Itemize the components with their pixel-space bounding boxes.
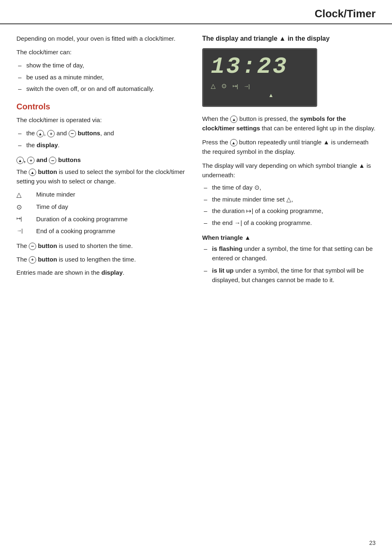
list-item: the minute minder time set △,	[202, 195, 376, 204]
display-time: 13:23	[211, 55, 309, 78]
page-number: 23	[369, 540, 376, 546]
list-item: the display.	[16, 141, 189, 150]
list-item: the time of day ⊙,	[202, 183, 376, 192]
right-column: The display and triangle ▲ in the displa…	[202, 34, 376, 291]
controls-p1: The clock/timer is operated via:	[16, 116, 189, 125]
display-icon-triangle: △	[211, 82, 216, 90]
page-title: Clock/Timer	[0, 0, 392, 24]
buttons-subheading: ▲, + and − buttons	[16, 156, 189, 164]
symbol-row-end: →| End of a cooking programme	[16, 227, 189, 236]
plus-btn-p: The + button is used to lengthen the tim…	[16, 255, 189, 264]
symbol-row-duration: ↦| Duration of a cooking programme	[16, 215, 189, 224]
minute-minder-label: Minute minder	[36, 190, 189, 199]
end-label: End of a cooking programme	[36, 227, 189, 236]
after-display-p3: The display will vary depending on which…	[202, 161, 376, 180]
triangle-list: is flashing under a symbol, the time for…	[202, 244, 376, 285]
triangle-heading: When triangle ▲	[202, 234, 376, 241]
buttons-p1: The ▲ button is used to select the symbo…	[16, 167, 189, 186]
list-item: the end →| of a cooking programme.	[202, 218, 376, 228]
display-icons-row: △ ⊙ ↦| →|	[211, 82, 309, 90]
list-item: switch the oven off, or on and off autom…	[16, 84, 189, 94]
controls-heading: Controls	[16, 102, 189, 111]
intro-p1: Depending on model, your oven is fitted …	[16, 34, 189, 44]
after-display-p1: When the ▲ button is pressed, the symbol…	[202, 114, 376, 133]
display-triangle-indicator: ▲	[211, 92, 309, 98]
display-icon-clock: ⊙	[221, 82, 227, 90]
minus-btn-p: The − button is used to shorten the time…	[16, 241, 189, 251]
time-of-day-icon: ⊙	[16, 202, 36, 212]
list-item: the duration ↦| of a cooking programme,	[202, 206, 376, 216]
duration-label: Duration of a cooking programme	[36, 215, 189, 224]
intro-p2: The clock/timer can:	[16, 48, 189, 57]
symbol-table: △ Minute minder ⊙ Time of day ↦| Duratio…	[16, 190, 189, 236]
display-icon-end: →|	[243, 83, 249, 89]
varies-list: the time of day ⊙, the minute minder tim…	[202, 183, 376, 227]
list-item: show the time of day,	[16, 61, 189, 70]
display-section-heading: The display and triangle ▲ in the displa…	[202, 34, 376, 43]
list-item-flashing: is flashing under a symbol, the time for…	[202, 244, 376, 263]
display-icon-duration: ↦|	[233, 83, 238, 89]
time-of-day-label: Time of day	[36, 202, 189, 212]
list-item: the ▲, + and − buttons, and	[16, 129, 189, 138]
after-display-p2: Press the ▲ button repeatedly until tria…	[202, 138, 376, 156]
entries-p: Entries made are shown in the display.	[16, 268, 189, 278]
symbol-row-minute-minder: △ Minute minder	[16, 190, 189, 200]
controls-list: the ▲, + and − buttons, and the display.	[16, 129, 189, 150]
duration-icon: ↦|	[16, 215, 36, 223]
list-item: be used as a minute minder,	[16, 73, 189, 82]
left-column: Depending on model, your oven is fitted …	[16, 34, 189, 291]
symbol-row-time-of-day: ⊙ Time of day	[16, 202, 189, 212]
intro-list: show the time of day, be used as a minut…	[16, 61, 189, 94]
clock-display: 13:23 △ ⊙ ↦| →| ▲	[202, 48, 317, 107]
end-icon: →|	[16, 227, 36, 235]
minute-minder-icon: △	[16, 190, 36, 200]
list-item-lit-up: is lit up under a symbol, the time for t…	[202, 266, 376, 285]
